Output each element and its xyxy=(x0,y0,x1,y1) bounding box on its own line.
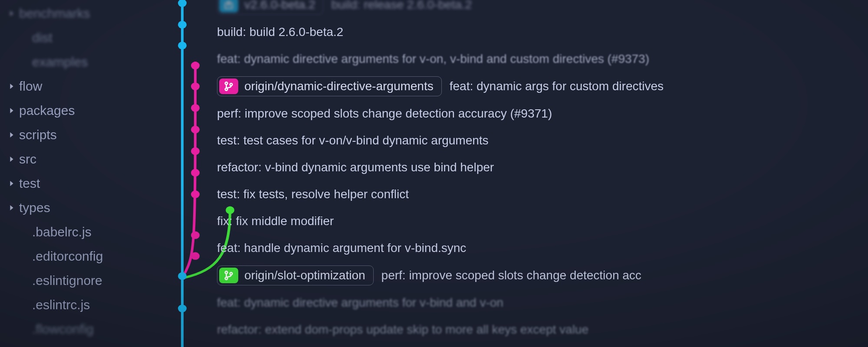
commit-message: fix: fix middle modifier xyxy=(217,214,334,228)
svg-point-10 xyxy=(191,169,200,177)
commit-message: feat: handle dynamic argument for v-bind… xyxy=(217,241,466,255)
commit-message: refactor: v-bind dynamic arguments use b… xyxy=(217,160,494,174)
tree-item-dist[interactable]: dist xyxy=(4,29,165,47)
chevron-right-icon xyxy=(22,35,28,41)
svg-point-16 xyxy=(225,82,228,85)
commit-message: feat: dynamic args for custom directives xyxy=(450,79,664,93)
commit-row[interactable]: feat: dynamic directive arguments for v-… xyxy=(217,293,868,312)
tree-item-packages[interactable]: packages xyxy=(4,101,165,120)
tree-item-label: types xyxy=(19,200,50,215)
svg-point-4 xyxy=(178,304,187,312)
tree-item--eslintignore[interactable]: .eslintignore xyxy=(4,272,165,290)
tree-item-label: examples xyxy=(32,55,88,69)
svg-point-11 xyxy=(191,190,200,198)
commit-row[interactable]: perf: improve scoped slots change detect… xyxy=(217,104,868,123)
ref-badge[interactable]: origin/slot-optimization xyxy=(217,265,374,285)
commit-row[interactable]: test: fix tests, resolve helper conflict xyxy=(217,185,868,204)
branch-icon xyxy=(219,268,238,283)
chevron-right-icon xyxy=(22,302,28,308)
svg-point-5 xyxy=(191,62,200,69)
chevron-right-icon xyxy=(9,156,15,162)
tree-item-label: .editorconfig xyxy=(32,249,103,264)
tree-item-label: flow xyxy=(19,79,42,94)
tree-item-label: .eslintrc.js xyxy=(32,298,90,312)
svg-point-19 xyxy=(225,271,228,274)
tree-item-types[interactable]: types xyxy=(4,199,165,217)
tree-item-label: test xyxy=(19,176,40,191)
svg-point-3 xyxy=(178,272,187,280)
ref-label: origin/dynamic-directive-arguments xyxy=(244,79,434,93)
chevron-right-icon xyxy=(22,326,28,332)
tree-item--editorconfig[interactable]: .editorconfig xyxy=(4,247,165,265)
svg-point-12 xyxy=(191,231,200,239)
commit-history-panel: v2.6.0-beta.2build: release 2.6.0-beta.2… xyxy=(165,0,868,347)
chevron-right-icon xyxy=(22,253,28,259)
file-tree-sidebar: benchmarksdistexamplesflowpackagesscript… xyxy=(0,0,165,347)
commit-row[interactable]: test: test cases for v-on/v-bind dynamic… xyxy=(217,131,868,150)
tree-item-label: .babelrc.js xyxy=(32,225,92,239)
commit-row[interactable]: refactor: extend dom-props update skip t… xyxy=(217,320,868,339)
commit-message: build: build 2.6.0-beta.2 xyxy=(217,25,343,39)
tree-item-scripts[interactable]: scripts xyxy=(4,126,165,144)
svg-point-21 xyxy=(230,272,233,275)
svg-point-7 xyxy=(191,104,200,112)
chevron-right-icon xyxy=(9,180,15,187)
tree-item-flow[interactable]: flow xyxy=(4,77,165,95)
chevron-right-icon xyxy=(9,132,15,138)
tree-item-label: src xyxy=(19,152,36,167)
commit-row[interactable]: feat: dynamic directive arguments for v-… xyxy=(217,49,868,69)
commit-message: feat: dynamic directive arguments for v-… xyxy=(217,52,649,66)
tree-item-test[interactable]: test xyxy=(4,174,165,193)
tree-item-label: scripts xyxy=(19,128,57,142)
tree-item--eslintrc-js[interactable]: .eslintrc.js xyxy=(4,296,165,314)
tree-item--flowconfig[interactable]: .flowconfig xyxy=(4,320,165,338)
tree-item-examples[interactable]: examples xyxy=(4,53,165,71)
svg-point-8 xyxy=(191,126,200,134)
svg-point-9 xyxy=(191,147,200,155)
tree-item-label: packages xyxy=(19,103,75,118)
chevron-right-icon xyxy=(9,83,15,89)
commit-row[interactable]: origin/slot-optimizationperf: improve sc… xyxy=(217,265,868,285)
tree-item-label: dist xyxy=(32,30,53,45)
chevron-right-icon xyxy=(22,59,28,65)
svg-point-2 xyxy=(178,42,187,49)
tag-icon xyxy=(219,0,238,13)
ref-label: v2.6.0-beta.2 xyxy=(244,0,315,12)
svg-point-18 xyxy=(230,83,233,86)
commit-message: test: test cases for v-on/v-bind dynamic… xyxy=(217,134,489,147)
ref-badge[interactable]: origin/dynamic-directive-arguments xyxy=(217,76,442,96)
commit-row[interactable]: origin/dynamic-directive-argumentsfeat: … xyxy=(217,76,868,96)
commit-list: v2.6.0-beta.2build: release 2.6.0-beta.2… xyxy=(217,0,868,339)
tree-item-label: .eslintignore xyxy=(32,273,102,288)
ref-label: origin/slot-optimization xyxy=(244,268,365,282)
commit-row[interactable]: refactor: v-bind dynamic arguments use b… xyxy=(217,158,868,177)
svg-point-15 xyxy=(228,3,230,5)
svg-point-13 xyxy=(191,252,200,260)
chevron-right-icon xyxy=(22,229,28,235)
commit-message: build: release 2.6.0-beta.2 xyxy=(331,0,472,12)
commit-row[interactable]: v2.6.0-beta.2build: release 2.6.0-beta.2 xyxy=(217,0,868,15)
chevron-right-icon xyxy=(9,10,15,16)
commit-row[interactable]: feat: handle dynamic argument for v-bind… xyxy=(217,239,868,258)
ref-badge[interactable]: v2.6.0-beta.2 xyxy=(217,0,323,15)
commit-message: perf: improve scoped slots change detect… xyxy=(381,268,641,282)
commit-row[interactable]: fix: fix middle modifier xyxy=(217,212,868,231)
commit-message: feat: dynamic directive arguments for v-… xyxy=(217,296,503,310)
commit-row[interactable]: build: build 2.6.0-beta.2 xyxy=(217,23,868,42)
chevron-right-icon xyxy=(9,205,15,211)
svg-point-1 xyxy=(178,21,187,29)
chevron-right-icon xyxy=(9,108,15,114)
commit-message: perf: improve scoped slots change detect… xyxy=(217,107,552,121)
tree-item--babelrc-js[interactable]: .babelrc.js xyxy=(4,223,165,241)
svg-point-6 xyxy=(191,82,200,90)
commit-message: test: fix tests, resolve helper conflict xyxy=(217,187,409,201)
tree-item-label: benchmarks xyxy=(19,6,90,21)
svg-point-0 xyxy=(178,0,187,7)
tree-item-label: .flowconfig xyxy=(32,322,94,337)
branch-icon xyxy=(219,79,238,94)
chevron-right-icon xyxy=(22,278,28,284)
tree-item-src[interactable]: src xyxy=(4,150,165,168)
commit-message: refactor: extend dom-props update skip t… xyxy=(217,323,589,337)
tree-item-benchmarks[interactable]: benchmarks xyxy=(4,4,165,23)
